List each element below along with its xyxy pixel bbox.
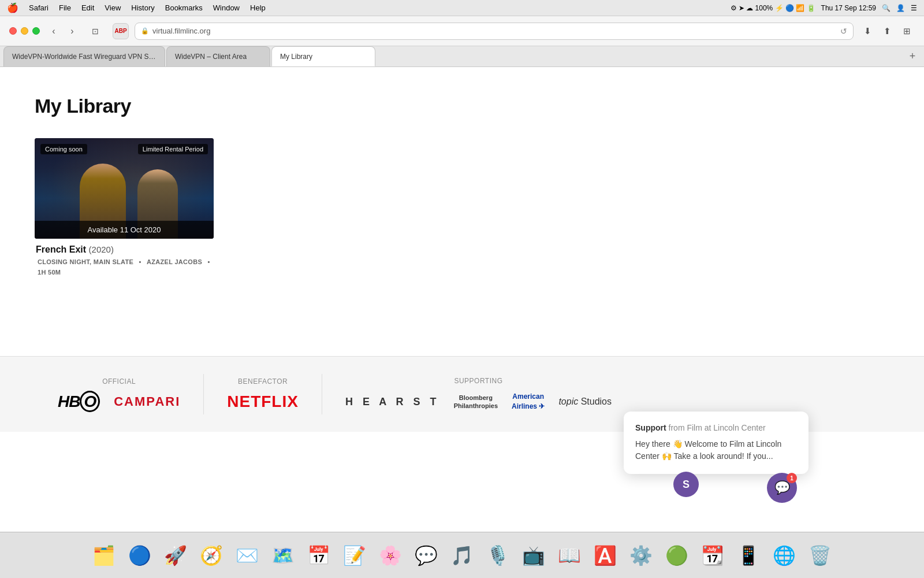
menu-window[interactable]: Window xyxy=(213,3,240,12)
benefactor-logos: NETFLIX xyxy=(227,392,299,411)
dock-siri[interactable]: 🔵 xyxy=(123,539,157,572)
film-card[interactable]: Coming soon Limited Rental Period Availa… xyxy=(35,138,214,277)
supporting-label: Supporting xyxy=(454,377,502,385)
dock-notes[interactable]: 📝 xyxy=(338,539,371,572)
dock-music[interactable]: 🎵 xyxy=(445,539,479,572)
browser-toolbar: ‹ › ⊡ ABP 🔒 virtual.filmlinc.org ↺ ⬇ ⬆ ⊞ xyxy=(0,16,924,46)
menu-help[interactable]: Help xyxy=(250,3,266,12)
traffic-lights xyxy=(9,27,40,35)
sidebar-toggle[interactable]: ⊡ xyxy=(86,23,105,39)
sponsor-benefactor: Benefactor NETFLIX xyxy=(204,377,322,411)
dock-appstore[interactable]: 🅰️ xyxy=(588,539,622,572)
back-button[interactable]: ‹ xyxy=(46,23,62,39)
film-duration: 1H 50M xyxy=(38,269,61,276)
tab-widepvn-client[interactable]: WideVPN – Client Area xyxy=(166,46,270,66)
dock-calendar2[interactable]: 📆 xyxy=(696,539,729,572)
support-from: from Film at Lincoln Center xyxy=(669,423,766,432)
dock-messages[interactable]: 💬 xyxy=(409,539,443,572)
sponsor-official: Official HBO CAMPARI xyxy=(35,377,203,411)
american-airlines-logo: AmericanAirlines ✈ xyxy=(512,392,545,412)
toolbar-actions: ⬇ ⬆ ⊞ xyxy=(859,23,915,39)
hbo-logo: HBO xyxy=(58,392,100,411)
film-year: (2020) xyxy=(89,244,114,254)
film-thumbnail: Coming soon Limited Rental Period Availa… xyxy=(35,138,214,239)
film-title-text: French Exit xyxy=(36,244,86,254)
chat-badge: 1 xyxy=(787,473,797,483)
user-icon[interactable]: 👤 xyxy=(896,4,905,12)
film-meta: CLOSING NIGHT, MAIN SLATE • AZAZEL JACOB… xyxy=(36,257,213,277)
menu-safari[interactable]: Safari xyxy=(29,3,49,12)
netflix-logo: NETFLIX xyxy=(227,392,299,411)
supporting-logos: H E A R S T BloombergPhilanthropies Amer… xyxy=(345,392,612,412)
benefactor-label: Benefactor xyxy=(238,377,288,386)
dock-trash[interactable]: 🗑️ xyxy=(803,539,837,572)
coming-soon-badge: Coming soon xyxy=(40,144,87,154)
dock-safari[interactable]: 🧭 xyxy=(195,539,228,572)
apple-menu[interactable]: 🍎 xyxy=(7,2,18,13)
dock-preferences[interactable]: ⚙️ xyxy=(624,539,658,572)
official-label: Official xyxy=(102,377,136,386)
support-popup-header: Support from Film at Lincoln Center xyxy=(635,423,797,432)
search-icon[interactable]: 🔍 xyxy=(882,4,891,12)
menu-extras[interactable]: ☰ xyxy=(911,4,917,12)
dock-maps[interactable]: 🗺️ xyxy=(266,539,300,572)
available-date: Available 11 Oct 2020 xyxy=(35,221,214,239)
address-bar[interactable]: 🔒 virtual.filmlinc.org ↺ xyxy=(135,23,854,40)
dock-mail[interactable]: ✉️ xyxy=(230,539,264,572)
close-button[interactable] xyxy=(9,27,17,35)
new-tab-button[interactable]: + xyxy=(904,49,921,65)
sponsor-supporting: Supporting H E A R S T BloombergPhilanth… xyxy=(322,377,635,412)
official-logos: HBO CAMPARI xyxy=(58,392,180,411)
dock-finder[interactable]: 🗂️ xyxy=(87,539,121,572)
url-display: virtual.filmlinc.org xyxy=(152,27,210,35)
dock-photos[interactable]: 🌸 xyxy=(374,539,407,572)
reload-icon[interactable]: ↺ xyxy=(840,27,847,36)
bullet-2: • xyxy=(207,258,210,265)
dock-calendar[interactable]: 📅 xyxy=(302,539,336,572)
share-icon[interactable]: ⬆ xyxy=(879,23,895,39)
tab-my-library[interactable]: My Library xyxy=(271,46,375,66)
menubar: 🍎 Safari File Edit View History Bookmark… xyxy=(0,0,924,16)
dock-whatsapp[interactable]: 📱 xyxy=(732,539,765,572)
topic-logo: topic Studios xyxy=(558,397,612,407)
adblock-button[interactable]: ABP xyxy=(113,23,129,39)
system-icons: ⚙ ➤ ☁ 100% ⚡ 🔵 📶 🔋 xyxy=(731,4,815,12)
dock-books[interactable]: 📖 xyxy=(553,539,586,572)
dock: 🗂️ 🔵 🚀 🧭 ✉️ 🗺️ 📅 📝 🌸 💬 🎵 🎙️ 📺 📖 🅰️ ⚙️ 🟢 … xyxy=(0,532,924,578)
bloomberg-logo: BloombergPhilanthropies xyxy=(454,394,498,410)
chat-button[interactable]: 💬 1 xyxy=(767,473,797,503)
support-chat-popup: Support from Film at Lincoln Center Hey … xyxy=(624,412,808,474)
tab-widepvn-locations[interactable]: WideVPN-Worldwide Fast Wireguard VPN Ser… xyxy=(3,46,165,66)
dock-podcasts[interactable]: 🎙️ xyxy=(481,539,515,572)
bullet-1: • xyxy=(139,258,144,265)
menu-history[interactable]: History xyxy=(131,3,154,12)
page-content: My Library Coming soon Limited Rental Pe… xyxy=(0,67,924,356)
dock-chrome[interactable]: 🌐 xyxy=(767,539,801,572)
menu-bookmarks[interactable]: Bookmarks xyxy=(165,3,203,12)
minimize-button[interactable] xyxy=(21,27,28,35)
ssl-lock-icon: 🔒 xyxy=(141,27,149,35)
dock-launchpad[interactable]: 🚀 xyxy=(159,539,192,572)
film-category: CLOSING NIGHT, MAIN SLATE xyxy=(38,258,133,265)
page-title: My Library xyxy=(35,95,889,117)
dock-tv[interactable]: 📺 xyxy=(517,539,550,572)
forward-button[interactable]: › xyxy=(64,23,80,39)
film-director: AZAZEL JACOBS xyxy=(147,258,202,265)
menu-file[interactable]: File xyxy=(59,3,71,12)
support-label: Support xyxy=(635,423,666,432)
hearst-logo: H E A R S T xyxy=(345,396,440,408)
menu-view[interactable]: View xyxy=(105,3,121,12)
campari-logo: CAMPARI xyxy=(114,394,180,409)
download-icon[interactable]: ⬇ xyxy=(859,23,875,39)
datetime: Thu 17 Sep 12:59 xyxy=(821,4,876,12)
rental-period-badge: Limited Rental Period xyxy=(138,144,208,154)
film-grid: Coming soon Limited Rental Period Availa… xyxy=(35,138,889,277)
chat-icon: 💬 xyxy=(774,480,790,495)
tabs-bar: WideVPN-Worldwide Fast Wireguard VPN Ser… xyxy=(0,46,924,67)
menu-edit[interactable]: Edit xyxy=(81,3,94,12)
support-avatar: S xyxy=(673,472,699,497)
film-info: French Exit (2020) CLOSING NIGHT, MAIN S… xyxy=(35,239,214,277)
dock-spotify[interactable]: 🟢 xyxy=(660,539,694,572)
fullscreen-button[interactable] xyxy=(32,27,40,35)
add-tab-icon[interactable]: ⊞ xyxy=(899,23,915,39)
